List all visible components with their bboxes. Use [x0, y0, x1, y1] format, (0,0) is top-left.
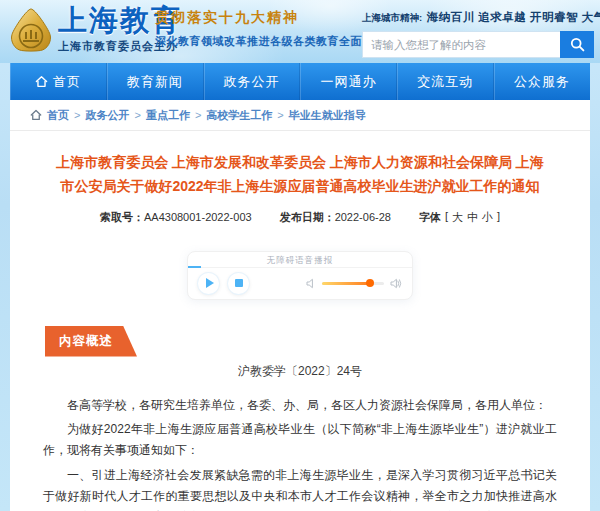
volume-control	[306, 278, 402, 289]
breadcrumb-item-employment-guidance[interactable]: 毕业生就业指导	[289, 108, 366, 123]
breadcrumb-item-gov-affairs[interactable]: 政务公开	[85, 108, 129, 123]
article-panel: 首页 > 政务公开 > 重点工作 > 高校学生工作 > 毕业生就业指导 上海市教…	[10, 100, 590, 511]
search-icon	[570, 37, 585, 52]
volume-handle[interactable]	[366, 279, 374, 287]
page: 上海教育 上海市教育委员会主办 贯彻落实十九大精神 深化教育领域改革推进各级各类…	[0, 0, 600, 511]
nav-item-label: 首页	[53, 73, 81, 91]
article-title: 上海市教育委员会 上海市发展和改革委员会 上海市人力资源和社会保障局 上海市公安…	[54, 151, 546, 199]
site-logo-icon	[7, 7, 55, 55]
nav-item-one-stop[interactable]: 一网通办	[300, 63, 397, 100]
stop-button[interactable]	[228, 273, 249, 294]
article-body: 各高等学校，各研究生培养单位，各委、办、局，各区人力资源社会保障局，各用人单位：…	[10, 380, 590, 511]
nav-item-label: 教育新闻	[127, 73, 183, 91]
paragraph: 为做好2022年非上海生源应届普通高校毕业生（以下简称“非上海生源毕业生”）进沪…	[43, 419, 557, 462]
index-value: AA4308001-2022-003	[144, 211, 252, 223]
city-spirit-label: 上海城市精神:	[362, 12, 422, 23]
bracket-close: ]	[497, 210, 500, 225]
breadcrumb-item-home[interactable]: 首页	[47, 108, 69, 123]
header-right-column: 上海城市精神: 海纳百川 追求卓越 开明睿智 大气谦和	[362, 7, 594, 58]
date-value: 2022-06-28	[335, 211, 391, 223]
breadcrumb-separator: >	[74, 109, 80, 121]
breadcrumb-item-student-work[interactable]: 高校学生工作	[206, 108, 272, 123]
search-bar	[362, 31, 594, 58]
font-size-control: 字体 [ 大 中 小 ]	[419, 210, 500, 225]
content-wrapper: 首页 教育新闻 政务公开 一网通办 交流互动 公众服务	[10, 63, 590, 511]
paragraph: 一、引进上海经济社会发展紧缺急需的非上海生源毕业生，是深入学习贯彻习近平总书记关…	[43, 465, 557, 511]
main-nav: 首页 教育新闻 政务公开 一网通办 交流互动 公众服务	[10, 63, 590, 100]
breadcrumb: 首页 > 政务公开 > 重点工作 > 高校学生工作 > 毕业生就业指导	[10, 100, 590, 131]
home-icon	[30, 109, 42, 121]
content-summary-badge: 内容概述	[45, 326, 137, 357]
breadcrumb-item-key-work[interactable]: 重点工作	[146, 108, 190, 123]
stop-icon	[235, 279, 243, 287]
volume-slider[interactable]	[322, 282, 384, 285]
home-icon	[35, 75, 48, 88]
meta-index: 索取号：AA4308001-2022-003	[100, 210, 252, 225]
volume-low-icon	[306, 278, 316, 289]
search-button[interactable]	[560, 31, 594, 58]
nav-item-gov-affairs[interactable]: 政务公开	[204, 63, 301, 100]
audio-player-controls	[188, 268, 412, 299]
audio-player-title: 无障碍语音播报	[188, 252, 412, 268]
city-spirit-value: 海纳百川 追求卓越 开明睿智 大气谦和	[427, 11, 600, 23]
nav-item-home[interactable]: 首页	[10, 63, 107, 100]
index-label: 索取号：	[100, 211, 144, 223]
date-label: 发布日期：	[280, 211, 335, 223]
play-icon	[206, 278, 214, 288]
nav-item-label: 一网通办	[320, 73, 376, 91]
document-number: 沪教委学〔2022〕24号	[10, 363, 590, 380]
font-size-label: 字体	[419, 210, 441, 225]
breadcrumb-separator: >	[195, 109, 201, 121]
nav-item-label: 政务公开	[224, 73, 280, 91]
font-size-medium-button[interactable]: 中	[467, 210, 478, 225]
audio-player: 无障碍语音播报	[187, 251, 413, 300]
nav-item-public-service[interactable]: 公众服务	[494, 63, 590, 100]
play-button[interactable]	[198, 273, 219, 294]
volume-fill	[322, 282, 370, 285]
breadcrumb-separator: >	[277, 109, 283, 121]
volume-high-icon	[390, 278, 402, 289]
search-input[interactable]	[362, 31, 560, 58]
nav-item-label: 交流互动	[417, 73, 473, 91]
nav-item-news[interactable]: 教育新闻	[107, 63, 204, 100]
breadcrumb-separator: >	[134, 109, 140, 121]
nav-item-label: 公众服务	[514, 73, 570, 91]
nav-item-interaction[interactable]: 交流互动	[397, 63, 494, 100]
site-header: 上海教育 上海市教育委员会主办 贯彻落实十九大精神 深化教育领域改革推进各级各类…	[0, 0, 600, 63]
meta-date: 发布日期：2022-06-28	[280, 210, 391, 225]
bracket-open: [	[445, 210, 448, 225]
paragraph: 各高等学校，各研究生培养单位，各委、办、局，各区人力资源社会保障局，各用人单位：	[43, 395, 557, 416]
article-meta: 索取号：AA4308001-2022-003 发布日期：2022-06-28 字…	[10, 210, 590, 225]
city-spirit-line: 上海城市精神: 海纳百川 追求卓越 开明睿智 大气谦和	[362, 7, 594, 25]
font-size-small-button[interactable]: 小	[482, 210, 493, 225]
font-size-large-button[interactable]: 大	[452, 210, 463, 225]
